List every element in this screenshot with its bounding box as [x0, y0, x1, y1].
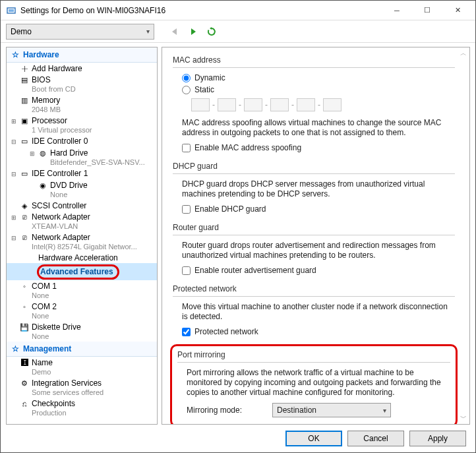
network-adapter-icon: ⎚ — [18, 233, 30, 242]
mirror-mode-label: Mirroring mode: — [187, 406, 259, 415]
group-title-protected: Protected network — [173, 284, 455, 295]
mirror-mode-value: Destination — [277, 406, 316, 415]
com-port-icon: ◦ — [18, 282, 30, 291]
group-dhcp-guard: DHCP guard DHCP guard drops DHCP server … — [173, 162, 455, 214]
scroll-up-icon[interactable]: ︿ — [459, 49, 468, 58]
mirror-mode-dropdown[interactable]: Destination — [272, 403, 391, 417]
title-bar: Settings for Demo on WIN-MI0G3NAFI16 ─ ☐… — [1, 1, 475, 20]
mac-field-4 — [270, 98, 289, 111]
group-router-guard: Router guard Router guard drops router a… — [173, 223, 455, 275]
tree-item-network-adapter-1[interactable]: ⊞ ⎚ Network Adapter XTEAM-VLAN — [7, 211, 157, 231]
close-button[interactable]: ✕ — [442, 1, 473, 20]
ide-controller-icon: ▭ — [18, 169, 30, 178]
tree-item-ide0[interactable]: ⊟ ▭ IDE Controller 0 — [7, 135, 157, 147]
tree-item-hardware-acceleration[interactable]: Hardware Acceleration — [7, 252, 157, 263]
tree-section-hardware[interactable]: ☆ Hardware — [7, 47, 157, 63]
diskette-icon: 💾 — [18, 322, 30, 332]
ok-button[interactable]: OK — [285, 431, 342, 446]
tree-item-checkpoints[interactable]: ⎌ Checkpoints Production — [7, 398, 157, 418]
check-protected-network[interactable] — [182, 328, 191, 336]
scsi-controller-icon: ◈ — [18, 201, 30, 210]
radio-static[interactable] — [182, 86, 191, 94]
mac-spoofing-desc: MAC address spoofing allows virtual mach… — [182, 118, 455, 138]
apply-button[interactable]: Apply — [409, 431, 466, 446]
toolbar: Demo — [1, 20, 475, 43]
processor-icon: ▣ — [18, 116, 30, 125]
svg-marker-2 — [172, 28, 177, 35]
router-desc: Router guard drops router advertisement … — [182, 241, 455, 260]
radio-dynamic-label: Dynamic — [194, 73, 225, 82]
group-title-dhcp: DHCP guard — [173, 162, 455, 172]
tree-item-processor[interactable]: ⊞ ▣ Processor 1 Virtual processor — [7, 115, 157, 135]
nav-back-button[interactable] — [167, 24, 182, 39]
tree-item-scsi[interactable]: ◈ SCSI Controller — [7, 200, 157, 211]
tree-item-network-adapter-2[interactable]: ⊟ ⎚ Network Adapter Intel(R) 82574L Giga… — [7, 231, 157, 252]
settings-tree: ☆ Hardware 🞡 Add Hardware ▤ BIOS Boot fr… — [6, 47, 158, 425]
vm-selector[interactable]: Demo — [6, 24, 154, 40]
scroll-down-icon[interactable]: ﹀ — [459, 413, 468, 423]
check-dhcp-guard[interactable] — [182, 205, 191, 214]
hard-drive-icon: ◍ — [37, 148, 49, 158]
vm-selector-value: Demo — [11, 27, 32, 36]
mac-field-2 — [218, 98, 236, 111]
maximize-button[interactable]: ☐ — [412, 1, 442, 20]
mirror-desc: Port mirroring allows the network traffi… — [187, 368, 450, 398]
tree-item-name[interactable]: 🅸 Name Demo — [7, 357, 157, 377]
group-port-mirroring-highlight: Port mirroring Port mirroring allows the… — [170, 344, 458, 425]
protected-desc: Move this virtual machine to another clu… — [182, 302, 455, 322]
svg-marker-3 — [191, 28, 196, 35]
ide-controller-icon: ▭ — [18, 136, 30, 146]
app-icon — [6, 5, 16, 16]
group-title-router: Router guard — [173, 223, 455, 233]
svg-marker-4 — [210, 27, 212, 30]
mac-field-5 — [297, 98, 315, 111]
tree-item-hard-drive[interactable]: ⊞ ◍ Hard Drive Bitdefender_SVE-SVA-NSV..… — [7, 147, 157, 167]
integration-services-icon: ⚙ — [18, 378, 30, 388]
tree-item-add-hardware[interactable]: 🞡 Add Hardware — [7, 63, 157, 74]
check-router-guard[interactable] — [182, 266, 191, 275]
refresh-button[interactable] — [204, 24, 219, 39]
management-section-icon: ☆ — [12, 344, 19, 353]
group-protected-network: Protected network Move this virtual mach… — [173, 284, 455, 336]
tree-item-com2[interactable]: ◦ COM 2 None — [7, 301, 157, 321]
check-mac-spoofing-label: Enable MAC address spoofing — [194, 143, 301, 152]
network-adapter-icon: ⎚ — [18, 212, 30, 222]
tree-item-memory[interactable]: ▥ Memory 2048 MB — [7, 94, 157, 115]
tree-item-bios[interactable]: ▤ BIOS Boot from CD — [7, 74, 157, 94]
dvd-drive-icon: ◉ — [37, 181, 49, 190]
check-mac-spoofing[interactable] — [182, 144, 191, 152]
radio-dynamic[interactable] — [182, 74, 191, 82]
group-title-mirror: Port mirroring — [177, 350, 450, 361]
minimize-button[interactable]: ─ — [382, 1, 412, 20]
tree-item-integration-services[interactable]: ⚙ Integration Services Some services off… — [7, 377, 157, 398]
dhcp-desc: DHCP guard drops DHCP server messages fr… — [182, 179, 455, 199]
radio-static-row: Static — [182, 85, 455, 94]
main-area: ☆ Hardware 🞡 Add Hardware ▤ BIOS Boot fr… — [1, 43, 475, 425]
tree-item-advanced-features[interactable]: Advanced Features — [7, 263, 157, 280]
tree-item-ide1[interactable]: ⊟ ▭ IDE Controller 1 — [7, 167, 157, 179]
button-bar: OK Cancel Apply — [1, 425, 475, 452]
tree-section-management[interactable]: ☆ Management — [7, 342, 157, 357]
memory-icon: ▥ — [18, 96, 30, 105]
group-port-mirroring: Port mirroring Port mirroring allows the… — [177, 350, 450, 417]
check-protected-network-label: Protected network — [194, 327, 258, 336]
check-router-guard-label: Enable router advertisement guard — [194, 266, 316, 275]
group-mac-address: MAC address Dynamic Static - - - - - — [173, 55, 455, 152]
window-title: Settings for Demo on WIN-MI0G3NAFI16 — [20, 6, 382, 15]
check-dhcp-guard-label: Enable DHCP guard — [194, 204, 266, 214]
nav-forward-button[interactable] — [186, 24, 200, 39]
name-icon: 🅸 — [18, 358, 30, 367]
checkpoints-icon: ⎌ — [18, 399, 30, 408]
radio-static-label: Static — [194, 85, 214, 94]
tree-item-com1[interactable]: ◦ COM 1 None — [7, 280, 157, 301]
content-panel: ︿ ﹀ MAC address Dynamic Static - - - - — [162, 47, 470, 425]
com-port-icon: ◦ — [18, 302, 30, 311]
svg-rect-1 — [9, 9, 14, 12]
tree-item-diskette[interactable]: 💾 Diskette Drive None — [7, 321, 157, 342]
bios-icon: ▤ — [18, 75, 30, 84]
mac-field-3 — [244, 98, 262, 111]
cancel-button[interactable]: Cancel — [347, 431, 404, 446]
add-hardware-icon: 🞡 — [18, 64, 30, 73]
tree-item-dvd-drive[interactable]: ◉ DVD Drive None — [7, 179, 157, 200]
group-title-mac: MAC address — [173, 55, 455, 66]
